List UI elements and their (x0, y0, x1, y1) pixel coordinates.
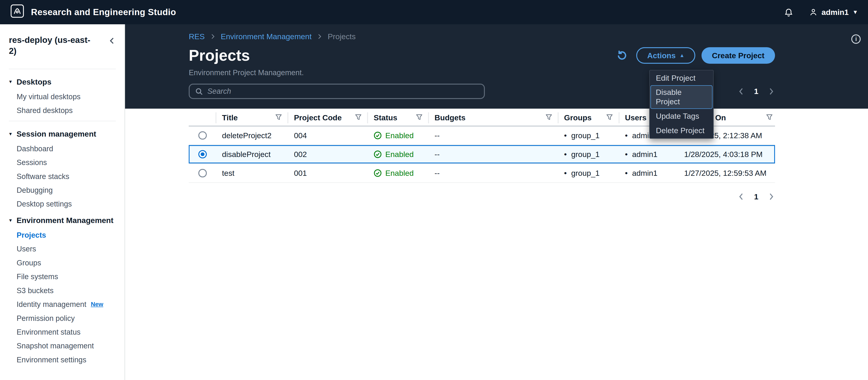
status-badge: Enabled (374, 150, 414, 159)
cell-created-on: 1/28/2025, 4:03:18 PM (679, 150, 775, 159)
prev-page-icon[interactable] (738, 88, 745, 95)
sidebar-header: res-deploy (us-east-2) (0, 24, 125, 65)
cell-project-code: 004 (288, 131, 368, 140)
topbar-right: admin1 ▼ (784, 7, 858, 17)
row-radio[interactable] (198, 169, 207, 177)
table-row[interactable]: test 001 Enabled -- •group_1 •admin1 1/2… (189, 164, 775, 183)
cell-groups: group_1 (571, 169, 599, 178)
sidebar-item-environment-status[interactable]: Environment status (0, 325, 125, 339)
app-title: Research and Engineering Studio (31, 7, 176, 17)
status-text: Enabled (385, 169, 414, 178)
search-box (189, 84, 485, 99)
selection-column-header (189, 112, 216, 123)
section-label: Desktops (17, 78, 51, 86)
sidebar-item-snapshot-management[interactable]: Snapshot management (0, 339, 125, 353)
table-section: Title Project Code Status Budgets (125, 109, 868, 201)
menu-item-update-tags[interactable]: Update Tags (650, 109, 713, 123)
breadcrumb-res[interactable]: RES (189, 32, 205, 41)
cell-title: deleteProject2 (216, 131, 288, 140)
sidebar-item-identity-management[interactable]: Identity management New (0, 297, 125, 311)
username: admin1 (822, 8, 848, 17)
sidebar-item-permission-policy[interactable]: Permission policy (0, 311, 125, 325)
prev-page-icon[interactable] (738, 193, 745, 201)
sidebar-item-groups[interactable]: Groups (0, 256, 125, 270)
sidebar-item-sessions[interactable]: Sessions (0, 156, 125, 169)
breadcrumb-environment-management[interactable]: Environment Management (221, 32, 312, 41)
pagination-bottom-wrap: 1 (189, 192, 775, 201)
filter-icon[interactable] (766, 113, 773, 122)
chevron-right-icon (210, 33, 216, 40)
cell-project-code: 001 (288, 169, 368, 178)
cell-users: admin1 (632, 150, 657, 159)
sidebar-item-software-stacks[interactable]: Software stacks (0, 169, 125, 183)
sidebar-item-dashboard[interactable]: Dashboard (0, 142, 125, 156)
environment-name: res-deploy (us-east-2) (9, 34, 92, 57)
actions-button-label: Actions (647, 51, 676, 60)
refresh-button[interactable] (614, 47, 630, 64)
section-desktops[interactable]: ▼ Desktops (0, 72, 125, 90)
section-label: Session management (17, 129, 96, 139)
breadcrumb: RES Environment Management Projects (189, 32, 775, 41)
user-menu[interactable]: admin1 ▼ (809, 8, 858, 17)
cell-budgets: -- (429, 131, 559, 140)
create-project-button[interactable]: Create Project (702, 47, 775, 64)
column-header-budgets: Budgets (429, 112, 559, 123)
sidebar-item-s3-buckets[interactable]: S3 buckets (0, 284, 125, 297)
section-session-management[interactable]: ▼ Session management (0, 124, 125, 142)
sidebar-item-my-virtual-desktops[interactable]: My virtual desktops (0, 90, 125, 104)
sidebar-item-users[interactable]: Users (0, 242, 125, 256)
page-title: Projects (189, 46, 250, 65)
menu-item-edit-project[interactable]: Edit Project (650, 71, 713, 85)
cell-project-code: 002 (288, 150, 368, 159)
cell-users: admin1 (632, 169, 657, 178)
page-number[interactable]: 1 (754, 87, 758, 96)
status-badge: Enabled (374, 169, 414, 178)
cell-title: disableProject (216, 150, 288, 159)
section-environment-management[interactable]: ▼ Environment Management (0, 211, 125, 228)
sidebar-item-file-systems[interactable]: File systems (0, 270, 125, 284)
page-number[interactable]: 1 (754, 192, 758, 201)
divider (9, 69, 116, 69)
next-page-icon[interactable] (767, 193, 775, 201)
column-label: Project Code (294, 113, 342, 122)
table-row-selected[interactable]: disableProject 002 Enabled -- •group_1 •… (189, 145, 775, 164)
caret-up-icon: ▲ (680, 53, 685, 58)
row-radio[interactable] (198, 131, 207, 140)
refresh-icon (617, 50, 627, 61)
caret-down-icon: ▼ (8, 131, 12, 137)
search-input[interactable] (208, 87, 479, 95)
sidebar-item-shared-desktops[interactable]: Shared desktops (0, 104, 125, 117)
cell-groups: group_1 (571, 131, 599, 140)
sidebar-item-projects[interactable]: Projects (0, 228, 125, 242)
info-icon[interactable]: i (851, 34, 861, 44)
filter-icon[interactable] (606, 113, 613, 122)
filter-icon[interactable] (546, 113, 552, 122)
row-radio-selected[interactable] (198, 150, 207, 158)
next-page-icon[interactable] (767, 88, 775, 95)
filter-icon[interactable] (355, 113, 362, 122)
caret-down-icon: ▼ (852, 9, 858, 16)
collapse-sidebar-icon[interactable] (108, 37, 116, 47)
topbar-left: Research and Engineering Studio (10, 4, 176, 20)
notifications-icon[interactable] (784, 7, 793, 17)
column-header-project-code: Project Code (288, 112, 368, 123)
chevron-right-icon (316, 33, 323, 40)
sidebar-item-debugging[interactable]: Debugging (0, 183, 125, 197)
section-label: Environment Management (17, 216, 113, 225)
breadcrumb-current: Projects (328, 32, 356, 41)
column-header-title: Title (216, 112, 288, 123)
menu-item-disable-project[interactable]: Disable Project (650, 85, 713, 109)
page-header-band: RES Environment Management Projects Proj… (125, 24, 868, 109)
header-actions: Actions ▲ Create Project (614, 47, 775, 64)
filter-icon[interactable] (416, 113, 423, 122)
column-header-status: Status (368, 112, 429, 123)
sidebar-item-environment-settings[interactable]: Environment settings (0, 353, 125, 367)
user-icon (809, 8, 818, 17)
bullet: • (625, 131, 628, 140)
sidebar-item-desktop-settings[interactable]: Desktop settings (0, 197, 125, 211)
filter-icon[interactable] (275, 113, 282, 122)
column-header-groups: Groups (559, 112, 620, 123)
actions-button[interactable]: Actions ▲ (636, 47, 695, 64)
menu-item-delete-project[interactable]: Delete Project (650, 123, 713, 138)
side-navigation: res-deploy (us-east-2) ▼ Desktops My vir… (0, 24, 125, 380)
